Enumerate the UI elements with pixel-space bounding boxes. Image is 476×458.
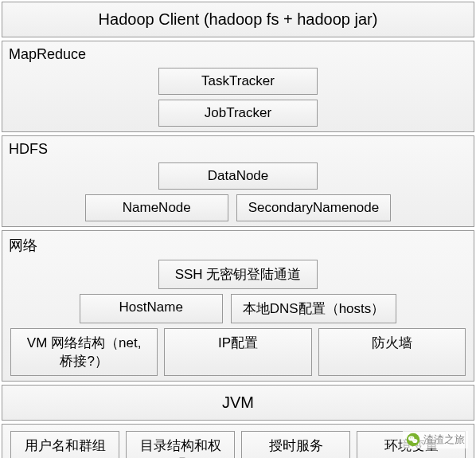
dir-node: 目录结构和权限 xyxy=(126,431,235,458)
client-block: Hadoop Client (hadoop fs + hadoop jar) xyxy=(2,2,474,37)
svg-point-5 xyxy=(414,440,415,440)
hdfs-title: HDFS xyxy=(7,139,469,162)
secondary-namenode-node: SecondaryNamenode xyxy=(236,194,391,221)
dns-node: 本地DNS配置（hosts） xyxy=(231,294,397,323)
client-title: Hadoop Client (hadoop fs + hadoop jar) xyxy=(7,6,469,33)
diagram-container: Hadoop Client (hadoop fs + hadoop jar) M… xyxy=(0,0,476,458)
tasktracker-node: TaskTracker xyxy=(158,68,318,95)
network-block: 网络 SSH 无密钥登陆通道 HostName 本地DNS配置（hosts） V… xyxy=(2,230,474,382)
namenode-node: NameNode xyxy=(85,194,228,221)
svg-point-4 xyxy=(412,437,412,438)
ssh-node: SSH 无密钥登陆通道 xyxy=(158,260,318,289)
svg-point-6 xyxy=(416,440,416,440)
svg-point-3 xyxy=(410,437,411,438)
time-node: 授时服务 xyxy=(241,431,350,458)
svg-point-2 xyxy=(412,439,417,443)
network-title: 网络 xyxy=(7,234,469,260)
datanode-node: DataNode xyxy=(158,162,318,190)
mapreduce-block: MapReduce TaskTracker JobTracker xyxy=(2,41,474,132)
vm-node: VM 网络结构（net,桥接?） xyxy=(10,328,158,376)
ip-node: IP配置 xyxy=(164,328,311,376)
wechat-icon xyxy=(406,433,420,447)
jvm-block: JVM xyxy=(2,385,474,421)
hostname-node: HostName xyxy=(80,294,223,323)
firewall-node: 防火墙 xyxy=(318,328,466,376)
mapreduce-title: MapReduce xyxy=(7,45,469,68)
jobtracker-node: JobTracker xyxy=(158,100,318,127)
hdfs-block: HDFS DataNode NameNode SecondaryNamenode xyxy=(2,135,474,227)
jvm-title: JVM xyxy=(7,389,469,417)
watermark: 渣渣之旅 xyxy=(403,431,468,448)
user-node: 用户名和群组 xyxy=(10,431,119,458)
watermark-text: 渣渣之旅 xyxy=(423,433,465,447)
